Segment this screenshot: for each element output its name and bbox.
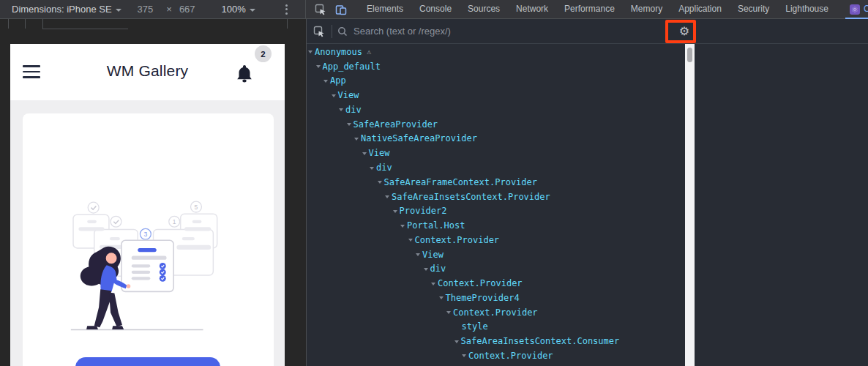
tab-sources[interactable]: Sources	[460, 0, 508, 19]
expand-caret-icon[interactable]	[362, 152, 367, 155]
tree-row[interactable]: Context.Provider	[307, 276, 868, 291]
primary-button[interactable]	[75, 357, 220, 366]
expand-caret-icon[interactable]	[354, 138, 359, 141]
devtools-tab-bar: ElementsConsoleSourcesNetworkPerformance…	[306, 0, 868, 19]
tree-row[interactable]: Portal.Host	[307, 218, 868, 233]
tree-row[interactable]: SafeAreaInsetsContext.Consumer	[307, 334, 868, 348]
component-name: App_default	[323, 61, 381, 72]
multiply-icon: ×	[166, 4, 172, 15]
expand-caret-icon[interactable]	[462, 354, 466, 357]
tab-network[interactable]: Network	[508, 0, 556, 19]
device-toolbar: Dimensions: iPhone SE 375 × 667 100%	[0, 0, 306, 19]
tree-scrollbar[interactable]	[685, 44, 695, 366]
component-name: Provider2	[400, 206, 447, 216]
expand-caret-icon[interactable]	[408, 239, 413, 242]
tree-row[interactable]: SafeAreaInsetsContext.Provider	[307, 190, 868, 204]
tab-application[interactable]: Application	[670, 0, 730, 19]
inspect-element-icon[interactable]	[315, 4, 326, 15]
expand-caret-icon[interactable]	[385, 195, 389, 198]
expand-caret-icon[interactable]	[393, 210, 397, 213]
component-name: SafeAreaFrameContext.Provider	[384, 177, 538, 187]
expand-caret-icon[interactable]	[339, 108, 343, 111]
component-name: div	[345, 105, 362, 115]
expand-caret-icon[interactable]	[454, 340, 459, 343]
zoom-dropdown[interactable]: 100%	[222, 4, 255, 15]
component-name: App	[330, 75, 346, 86]
viewport-height-value[interactable]: 667	[179, 4, 195, 15]
empty-state-illustration: 5 1 3	[59, 200, 235, 336]
viewport-width-value[interactable]: 375	[138, 4, 154, 15]
tree-row[interactable]: Context.Provider	[307, 348, 868, 363]
ruler-tick	[287, 19, 288, 29]
device-screen: WM Gallery 2	[10, 44, 285, 366]
component-name: div	[376, 163, 392, 173]
tree-row[interactable]: ThemeProvider4	[307, 291, 868, 305]
component-name: View	[422, 250, 444, 260]
expand-caret-icon[interactable]	[332, 94, 336, 97]
component-name: Anonymous	[315, 47, 362, 57]
tree-row[interactable]: View	[307, 88, 868, 102]
notification-bell-icon[interactable]	[236, 64, 253, 83]
tree-row[interactable]: div	[307, 102, 868, 117]
expand-caret-icon[interactable]	[308, 51, 313, 53]
tab-memory[interactable]: Memory	[623, 0, 670, 19]
dimensions-dropdown[interactable]: Dimensions: iPhone SE	[12, 4, 121, 15]
expand-caret-icon[interactable]	[400, 225, 405, 228]
tab-elements[interactable]: Elements	[359, 0, 411, 19]
svg-text:5: 5	[195, 203, 198, 211]
tree-row[interactable]: NativeSafeAreaProvider	[307, 132, 868, 146]
component-name: View	[369, 148, 390, 158]
chevron-down-icon	[250, 9, 255, 12]
expand-caret-icon[interactable]	[370, 167, 374, 170]
tree-row[interactable]: Context.Provider	[307, 233, 868, 247]
search-icon	[337, 26, 348, 37]
component-name: SafeAreaInsetsContext.Consumer	[461, 336, 620, 346]
expand-caret-icon[interactable]	[431, 283, 435, 285]
notification-count-badge: 2	[255, 45, 272, 62]
component-name: SafeAreaInsetsContext.Provider	[392, 192, 550, 202]
tree-row[interactable]: Context.Provider	[307, 305, 868, 320]
expand-caret-icon[interactable]	[316, 65, 321, 68]
gear-icon[interactable]: ⚙	[675, 23, 694, 40]
tree-row[interactable]: App_default	[307, 59, 868, 74]
expand-caret-icon[interactable]	[446, 311, 451, 314]
select-component-icon[interactable]	[313, 26, 325, 37]
components-search-row: ⚙	[307, 19, 868, 44]
tree-row[interactable]: div	[307, 261, 868, 276]
tab-lighthouse[interactable]: Lighthouse	[777, 0, 837, 19]
tree-scrollbar-thumb[interactable]	[687, 48, 692, 62]
expand-caret-icon[interactable]	[416, 253, 420, 256]
tree-row[interactable]: div	[307, 160, 868, 175]
search-input[interactable]	[353, 26, 868, 37]
tree-row[interactable]: View	[307, 146, 868, 160]
zoom-value: 100%	[222, 4, 246, 15]
tab-strip: ElementsConsoleSourcesNetworkPerformance…	[359, 0, 837, 19]
more-options-icon[interactable]	[285, 4, 288, 15]
tree-row[interactable]: View	[307, 247, 868, 262]
toggle-device-toolbar-icon[interactable]	[335, 4, 347, 15]
expand-caret-icon[interactable]	[323, 80, 328, 83]
tab-components[interactable]: ⚛ Components	[842, 0, 868, 19]
expand-caret-icon[interactable]	[378, 181, 382, 184]
tree-row[interactable]: style	[307, 320, 868, 335]
warning-icon: ⚠	[367, 48, 371, 56]
tab-performance[interactable]: Performance	[556, 0, 623, 19]
screenshot-root: Dimensions: iPhone SE 375 × 667 100% Ele…	[0, 0, 868, 366]
tab-security[interactable]: Security	[730, 0, 777, 19]
ruler-tick	[8, 19, 9, 29]
expand-caret-icon[interactable]	[424, 268, 428, 271]
component-name: NativeSafeAreaProvider	[361, 133, 477, 143]
tree-row[interactable]: App	[307, 74, 868, 89]
expand-caret-icon[interactable]	[439, 296, 444, 299]
tree-row[interactable]: Provider2	[307, 203, 868, 218]
tree-row[interactable]: SafeAreaProvider	[307, 117, 868, 132]
component-name: Context.Provider	[415, 235, 500, 245]
tree-row[interactable]: Anonymous⚠	[307, 45, 868, 59]
component-name: View	[338, 90, 359, 100]
tab-console[interactable]: Console	[411, 0, 460, 19]
tree-row[interactable]: SafeAreaFrameContext.Provider	[307, 175, 868, 190]
component-name: Context.Provider	[468, 351, 553, 361]
expand-caret-icon[interactable]	[347, 123, 351, 126]
tab-components-label: Components	[864, 0, 868, 18]
ruler-tick	[42, 19, 43, 29]
